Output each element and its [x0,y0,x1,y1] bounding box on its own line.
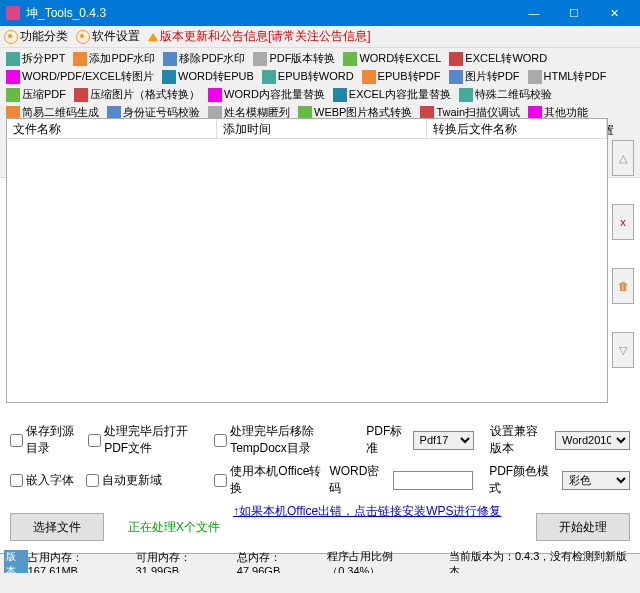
chk-auto-domain[interactable]: 自动更新域 [86,472,176,489]
toolbar-item[interactable]: 压缩图片（格式转换） [72,86,202,103]
window-title: 坤_Tools_0.4.3 [26,5,514,22]
tool-icon [528,70,542,84]
processing-status: 正在处理X个文件 [128,519,220,536]
gear-icon [4,30,18,44]
tool-icon [208,88,222,102]
app-icon [6,6,20,20]
start-button[interactable]: 开始处理 [536,513,630,541]
chk-remove-tmp[interactable]: 处理完毕后移除TempDocx目录 [214,423,358,457]
menu-soft-settings[interactable]: 软件设置 [76,28,140,45]
toolbar-item[interactable]: HTML转PDF [526,68,609,85]
toolbar-item[interactable]: 添加PDF水印 [71,50,157,67]
trash-icon: 🗑 [618,280,629,292]
maximize-button[interactable]: ☐ [554,0,594,26]
file-list: 文件名称 添加时间 转换后文件名称 [6,118,608,403]
minimize-button[interactable]: — [514,0,554,26]
side-buttons: △ x 🗑 ▽ [612,140,634,368]
toolbar-item[interactable]: 移除PDF水印 [161,50,247,67]
col-converted[interactable]: 转换后文件名称 [427,119,607,138]
pdf-std-label: PDF标准 [366,423,404,457]
pdf-std-select[interactable]: Pdf17 [413,431,474,450]
select-file-button[interactable]: 选择文件 [10,513,104,541]
options-panel: 保存到源目录 处理完毕后打开PDF文件 处理完毕后移除TempDocx目录 PD… [10,423,630,493]
trash-button[interactable]: 🗑 [612,268,634,304]
tool-icon [253,52,267,66]
tool-icon [343,52,357,66]
move-down-button[interactable]: ▽ [612,332,634,368]
chk-open-after[interactable]: 处理完毕后打开PDF文件 [88,423,206,457]
word-pwd-label: WORD密码 [329,463,385,497]
tool-icon [162,70,176,84]
chk-use-local[interactable]: 使用本机Office转换 [214,463,321,497]
tool-icon [6,88,20,102]
word-pwd-input[interactable] [393,471,473,490]
toolbar-item[interactable]: 压缩PDF [4,86,68,103]
tool-icon [449,52,463,66]
toolbar-item[interactable]: EXCEL内容批量替换 [331,86,453,103]
tool-icon [6,70,20,84]
bottom-buttons: 选择文件 正在处理X个文件 开始处理 [10,513,630,541]
toolbar-item[interactable]: WORD转EPUB [160,68,256,85]
toolbar-item[interactable]: 特殊二维码校验 [457,86,554,103]
tool-icon [73,52,87,66]
arrow-up-icon [148,33,158,41]
tool-icon [262,70,276,84]
toolbar-item[interactable]: EPUB转WORD [260,68,356,85]
pdf-color-label: PDF颜色模式 [489,463,554,497]
tool-icon [74,88,88,102]
remove-button[interactable]: x [612,204,634,240]
tool-icon [163,52,177,66]
toolbar-item[interactable]: EXCEL转WORD [447,50,549,67]
toolbar-item[interactable]: EPUB转PDF [360,68,443,85]
menu-version-notice[interactable]: 版本更新和公告信息[请常关注公告信息] [148,28,371,45]
resize-grip [0,573,640,593]
toolbar-item[interactable]: WORD转EXCEL [341,50,443,67]
toolbar-item[interactable]: WORD内容批量替换 [206,86,327,103]
chk-save-source[interactable]: 保存到源目录 [10,423,80,457]
col-addtime[interactable]: 添加时间 [217,119,427,138]
triangle-down-icon: ▽ [619,344,627,357]
tool-icon [459,88,473,102]
close-button[interactable]: ✕ [594,0,634,26]
compat-label: 设置兼容版本 [490,423,547,457]
move-up-button[interactable]: △ [612,140,634,176]
gear-icon [76,30,90,44]
pdf-color-select[interactable]: 彩色 [562,471,630,490]
toolbar-item[interactable]: PDF版本转换 [251,50,337,67]
x-icon: x [620,216,626,228]
menubar: 功能分类 软件设置 版本更新和公告信息[请常关注公告信息] [0,26,640,48]
col-filename[interactable]: 文件名称 [7,119,217,138]
tool-icon [333,88,347,102]
toolbar-item[interactable]: 图片转PDF [447,68,522,85]
chk-embed-font[interactable]: 嵌入字体 [10,472,78,489]
tool-icon [6,52,20,66]
toolbar-item[interactable]: WORD/PDF/EXCEL转图片 [4,68,156,85]
compat-select[interactable]: Word2010 [555,431,630,450]
titlebar: 坤_Tools_0.4.3 — ☐ ✕ [0,0,640,26]
triangle-up-icon: △ [619,152,627,165]
toolbar-item[interactable]: 拆分PPT [4,50,67,67]
menu-func-category[interactable]: 功能分类 [4,28,68,45]
tool-icon [362,70,376,84]
column-headers: 文件名称 添加时间 转换后文件名称 [7,119,607,139]
tool-icon [449,70,463,84]
statusbar: 版本 占用内存：167.61MB 可用内存：31.99GB 总内存：47.96G… [0,553,640,573]
